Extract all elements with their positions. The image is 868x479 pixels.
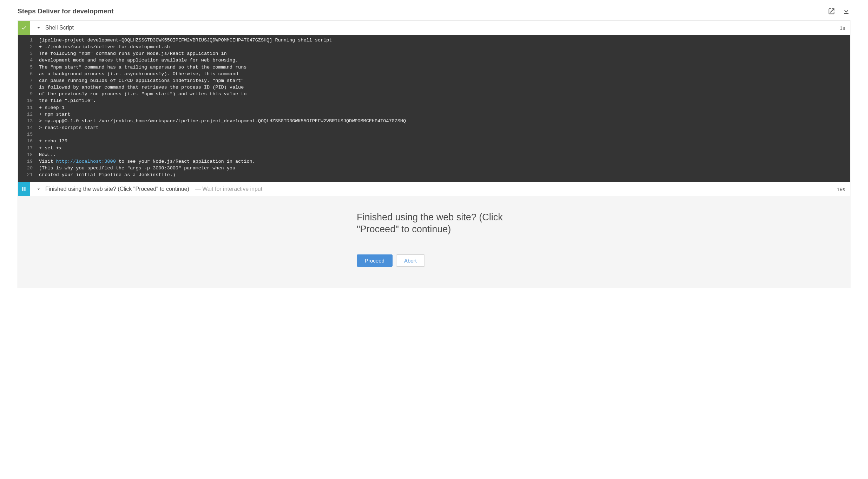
steps-title-stage: Deliver for development xyxy=(38,7,113,15)
line-number: 12 xyxy=(18,111,39,118)
log-text: created your initial Pipeline as a Jenki… xyxy=(39,171,181,178)
step-duration: 1s xyxy=(840,25,850,31)
log-line: 3The following "npm" command runs your N… xyxy=(18,50,850,57)
proceed-button[interactable]: Proceed xyxy=(357,254,393,267)
log-line: 2+ ./jenkins/scripts/deliver-for-develop… xyxy=(18,44,850,50)
log-text: can pause running builds of CI/CD applic… xyxy=(39,77,249,84)
log-text: + set +x xyxy=(39,145,67,151)
chevron-down-icon[interactable] xyxy=(33,25,44,31)
line-number: 6 xyxy=(18,71,39,77)
log-line: 18Now... xyxy=(18,151,850,158)
log-line: 9of the previously run process (i.e. "np… xyxy=(18,91,850,97)
line-number: 7 xyxy=(18,77,39,84)
log-text: > my-app@0.1.0 start /var/jenkins_home/w… xyxy=(39,118,412,124)
step-shell-script: Shell Script 1s 1[ipeline-project_develo… xyxy=(18,21,850,182)
line-number: 11 xyxy=(18,104,39,111)
log-line: 19Visit http://localhost:3000 to see you… xyxy=(18,158,850,165)
line-number: 19 xyxy=(18,158,39,165)
log-line: 10the file ".pidfile". xyxy=(18,97,850,104)
status-paused-icon xyxy=(18,182,30,196)
log-text: as a background process (i.e. asynchrono… xyxy=(39,71,244,77)
log-line: 7can pause running builds of CI/CD appli… xyxy=(18,77,850,84)
input-prompt: Finished using the web site? (Click "Pro… xyxy=(18,196,850,288)
step-subtitle: — Wait for interactive input xyxy=(189,186,262,192)
steps-header: Steps Deliver for development xyxy=(18,7,850,21)
log-text: of the previously run process (i.e. "npm… xyxy=(39,91,252,97)
log-line: 20(This is why you specified the "args -… xyxy=(18,165,850,171)
line-number: 5 xyxy=(18,64,39,71)
log-text: The "npm start" command has a trailing a… xyxy=(39,64,252,71)
abort-button[interactable]: Abort xyxy=(396,254,425,267)
open-external-icon[interactable] xyxy=(827,7,836,15)
log-text: [ipeline-project_development-QOQLHZSSGTD… xyxy=(39,37,337,44)
log-text: The following "npm" command runs your No… xyxy=(39,50,232,57)
log-line: 12+ npm start xyxy=(18,111,850,118)
log-line: 8is followed by another command that ret… xyxy=(18,84,850,91)
step-header[interactable]: Finished using the web site? (Click "Pro… xyxy=(18,182,850,196)
line-number: 8 xyxy=(18,84,39,91)
step-duration: 19s xyxy=(837,186,850,192)
log-line: 11+ sleep 1 xyxy=(18,104,850,111)
line-number: 15 xyxy=(18,131,39,138)
log-text: > react-scripts start xyxy=(39,124,104,131)
log-text: + sleep 1 xyxy=(39,104,70,111)
log-line: 15 xyxy=(18,131,850,138)
log-line: 13> my-app@0.1.0 start /var/jenkins_home… xyxy=(18,118,850,124)
log-text: (This is why you specified the "args -p … xyxy=(39,165,241,171)
chevron-down-icon[interactable] xyxy=(33,186,44,192)
line-number: 9 xyxy=(18,91,39,97)
step-wait-input: Finished using the web site? (Click "Pro… xyxy=(18,182,850,288)
status-success-icon xyxy=(18,21,30,35)
step-title: Finished using the web site? (Click "Pro… xyxy=(44,186,189,192)
log-text: Visit http://localhost:3000 to see your … xyxy=(39,158,261,165)
step-header[interactable]: Shell Script 1s xyxy=(18,21,850,35)
line-number: 3 xyxy=(18,50,39,57)
line-number: 14 xyxy=(18,124,39,131)
log-text: development mode and makes the applicati… xyxy=(39,57,244,64)
download-icon[interactable] xyxy=(842,7,850,15)
log-text: Now... xyxy=(39,151,62,158)
line-number: 10 xyxy=(18,97,39,104)
log-text: is followed by another command that retr… xyxy=(39,84,249,91)
log-line: 4development mode and makes the applicat… xyxy=(18,57,850,64)
log-line: 17+ set +x xyxy=(18,145,850,151)
steps-title: Steps Deliver for development xyxy=(18,7,113,15)
line-number: 21 xyxy=(18,171,39,178)
log-line: 16+ echo 179 xyxy=(18,138,850,144)
step-title: Shell Script xyxy=(44,25,74,31)
line-number: 20 xyxy=(18,165,39,171)
prompt-message: Finished using the web site? (Click "Pro… xyxy=(357,212,511,235)
log-text: + echo 179 xyxy=(39,138,73,144)
log-text xyxy=(39,131,45,138)
log-line: 5The "npm start" command has a trailing … xyxy=(18,64,850,71)
log-line: 14> react-scripts start xyxy=(18,124,850,131)
line-number: 2 xyxy=(18,44,39,50)
log-line: 21created your initial Pipeline as a Jen… xyxy=(18,171,850,178)
line-number: 1 xyxy=(18,37,39,44)
steps-title-prefix: Steps xyxy=(18,7,36,15)
line-number: 18 xyxy=(18,151,39,158)
log-text: the file ".pidfile". xyxy=(39,97,101,104)
console-log[interactable]: 1[ipeline-project_development-QOQLHZSSGT… xyxy=(18,35,850,182)
line-number: 13 xyxy=(18,118,39,124)
log-line: 6as a background process (i.e. asynchron… xyxy=(18,71,850,77)
line-number: 4 xyxy=(18,57,39,64)
line-number: 16 xyxy=(18,138,39,144)
line-number: 17 xyxy=(18,145,39,151)
log-link[interactable]: http://localhost:3000 xyxy=(56,159,116,164)
log-line: 1[ipeline-project_development-QOQLHZSSGT… xyxy=(18,37,850,44)
log-text: + ./jenkins/scripts/deliver-for-developm… xyxy=(39,44,176,50)
log-text: + npm start xyxy=(39,111,76,118)
